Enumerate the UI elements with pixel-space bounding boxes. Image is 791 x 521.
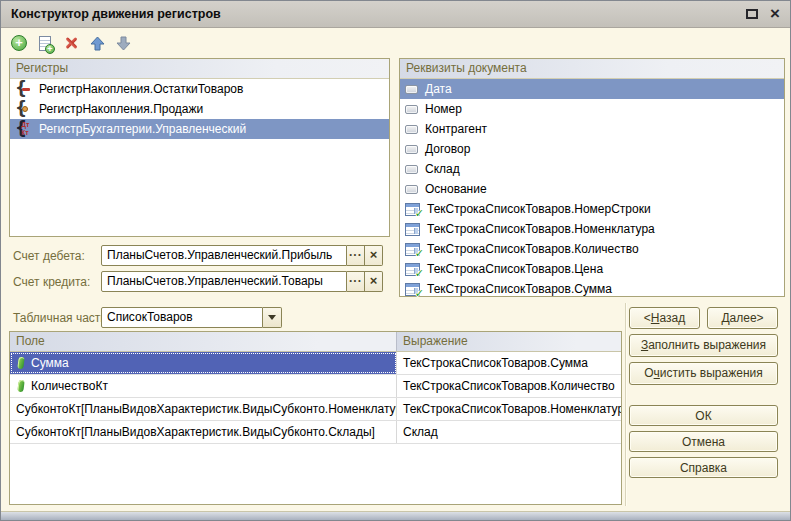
clear-expressions-button[interactable]: Очистить выражения	[629, 362, 778, 385]
attribute-icon	[405, 185, 418, 194]
arrow-up-icon	[90, 36, 105, 51]
debit-account-field[interactable]: ПланыСчетов.Управленческий.Прибыль	[101, 245, 347, 266]
register-item[interactable]: { РегистрНакопления.ОстаткиТоваров	[10, 79, 389, 99]
chevron-down-icon	[268, 315, 276, 320]
expression-cell: ТекСтрокаСписокТоваров.Количество	[397, 375, 621, 397]
attribute-item[interactable]: ✓ ТекСтрокаСписокТоваров.Количество	[400, 239, 784, 259]
window-title: Конструктор движения регистров	[11, 7, 221, 21]
attribute-icon	[405, 105, 418, 114]
add-button[interactable]: +	[9, 33, 29, 53]
field-cell: СубконтоКт[ПланыВидовХарактеристик.ВидыС…	[10, 421, 397, 443]
accumulation-register-turnover-icon: {	[15, 101, 32, 118]
delete-button[interactable]	[61, 33, 81, 53]
add-copy-button[interactable]: +	[35, 33, 55, 53]
registers-panel-header: Регистры	[10, 59, 389, 79]
attribute-icon	[405, 165, 418, 174]
table-row[interactable]: КоличествоКт ТекСтрокаСписокТоваров.Коли…	[10, 375, 621, 398]
field-cell: Сумма	[31, 356, 69, 370]
attribute-icon	[405, 85, 418, 94]
table-header: Поле Выражение	[10, 332, 621, 352]
tabular-column-checked-icon: ✓	[405, 243, 420, 256]
table-row-selected[interactable]: Сумма ТекСтрокаСписокТоваров.Сумма	[10, 352, 621, 375]
register-item-label: РегистрНакопления.ОстаткиТоваров	[39, 82, 243, 96]
arrow-down-icon	[116, 36, 131, 51]
attributes-panel-header: Реквизиты документа	[400, 59, 784, 79]
register-item-selected[interactable]: { Дт Кт РегистрБухгалтерии.Управленчески…	[10, 119, 389, 139]
attribute-item[interactable]: Договор	[400, 139, 784, 159]
tabular-section-dropdown-button[interactable]	[263, 307, 282, 328]
accounting-register-icon: { Дт Кт	[15, 121, 32, 138]
credit-account-clear-button[interactable]: ×	[365, 271, 383, 292]
debit-account-clear-button[interactable]: ×	[365, 245, 383, 266]
attributes-panel: Реквизиты документа Дата Номер Контраген…	[399, 58, 785, 297]
attribute-item[interactable]: Склад	[400, 159, 784, 179]
dialog-window: Конструктор движения регистров × + + Р	[0, 0, 791, 521]
expression-cell: Склад	[397, 421, 621, 443]
table-row[interactable]: СубконтоКт[ПланыВидовХарактеристик.ВидыС…	[10, 398, 621, 421]
back-button[interactable]: <Назад	[629, 307, 700, 329]
tabular-column-icon	[405, 223, 420, 236]
registers-panel: Регистры { РегистрНакопления.ОстаткиТова…	[9, 58, 390, 237]
resource-icon	[17, 380, 24, 393]
credit-account-fieldgroup: ПланыСчетов.Управленческий.Товары ... ×	[101, 271, 383, 292]
attribute-item-selected[interactable]: Дата	[400, 79, 784, 99]
move-up-button[interactable]	[87, 33, 107, 53]
attribute-icon	[405, 125, 418, 134]
tabular-section-label: Табличная часть:	[13, 311, 110, 325]
column-header-field[interactable]: Поле	[10, 332, 397, 351]
tabular-section-combobox[interactable]: СписокТоваров	[101, 307, 282, 328]
tabular-section-value: СписокТоваров	[101, 307, 263, 328]
tabular-column-checked-icon: ✓	[405, 263, 420, 276]
title-bar[interactable]: Конструктор движения регистров ×	[1, 1, 790, 28]
window-bottom-border	[1, 511, 790, 520]
attribute-icon	[405, 145, 418, 154]
debit-account-fieldgroup: ПланыСчетов.Управленческий.Прибыль ... ×	[101, 245, 383, 266]
close-icon[interactable]: ×	[770, 9, 780, 19]
field-cell: КоличествоКт	[31, 379, 108, 393]
attribute-item[interactable]: ✓ ТекСтрокаСписокТоваров.Сумма	[400, 279, 784, 299]
next-button[interactable]: Далее>	[707, 307, 778, 329]
maximize-icon[interactable]	[746, 9, 758, 19]
debit-account-choose-button[interactable]: ...	[347, 245, 365, 266]
help-button[interactable]: Справка	[629, 457, 778, 478]
register-item-label: РегистрБухгалтерии.Управленческий	[39, 122, 246, 136]
attribute-item[interactable]: Основание	[400, 179, 784, 199]
attribute-item[interactable]: ✓ ТекСтрокаСписокТоваров.НомерСтроки	[400, 199, 784, 219]
register-item[interactable]: { РегистрНакопления.Продажи	[10, 99, 389, 119]
field-cell: СубконтоКт[ПланыВидовХарактеристик.ВидыС…	[10, 398, 397, 420]
move-down-button[interactable]	[113, 33, 133, 53]
debit-account-label: Счет дебета:	[13, 249, 85, 263]
ok-button[interactable]: ОК	[629, 405, 778, 426]
attribute-item[interactable]: ✓ ТекСтрокаСписокТоваров.Цена	[400, 259, 784, 279]
delete-icon	[64, 36, 78, 50]
credit-account-label: Счет кредита:	[13, 275, 90, 289]
attribute-item[interactable]: Номер	[400, 99, 784, 119]
credit-account-choose-button[interactable]: ...	[347, 271, 365, 292]
tabular-column-checked-icon: ✓	[405, 283, 420, 296]
vertical-separator	[625, 303, 626, 506]
column-header-expression[interactable]: Выражение	[397, 332, 621, 351]
cancel-button[interactable]: Отмена	[629, 431, 778, 452]
tabular-column-checked-icon: ✓	[405, 203, 420, 216]
attribute-item[interactable]: Контрагент	[400, 119, 784, 139]
expression-cell: ТекСтрокаСписокТоваров.Номенклатура	[397, 398, 621, 420]
credit-account-field[interactable]: ПланыСчетов.Управленческий.Товары	[101, 271, 347, 292]
register-item-label: РегистрНакопления.Продажи	[39, 102, 203, 116]
resource-icon	[17, 357, 24, 370]
field-expression-table: Поле Выражение Сумма ТекСтрокаСписокТова…	[9, 331, 622, 505]
expression-cell: ТекСтрокаСписокТоваров.Сумма	[397, 352, 621, 374]
table-row[interactable]: СубконтоКт[ПланыВидовХарактеристик.ВидыС…	[10, 421, 621, 444]
fill-expressions-button[interactable]: Заполнить выражения	[629, 334, 778, 357]
add-copy-icon: +	[39, 36, 51, 51]
toolbar: + +	[9, 32, 133, 54]
attribute-item[interactable]: ТекСтрокаСписокТоваров.Номенклатура	[400, 219, 784, 239]
accumulation-register-balance-icon: {	[15, 81, 32, 98]
add-icon: +	[11, 35, 27, 51]
